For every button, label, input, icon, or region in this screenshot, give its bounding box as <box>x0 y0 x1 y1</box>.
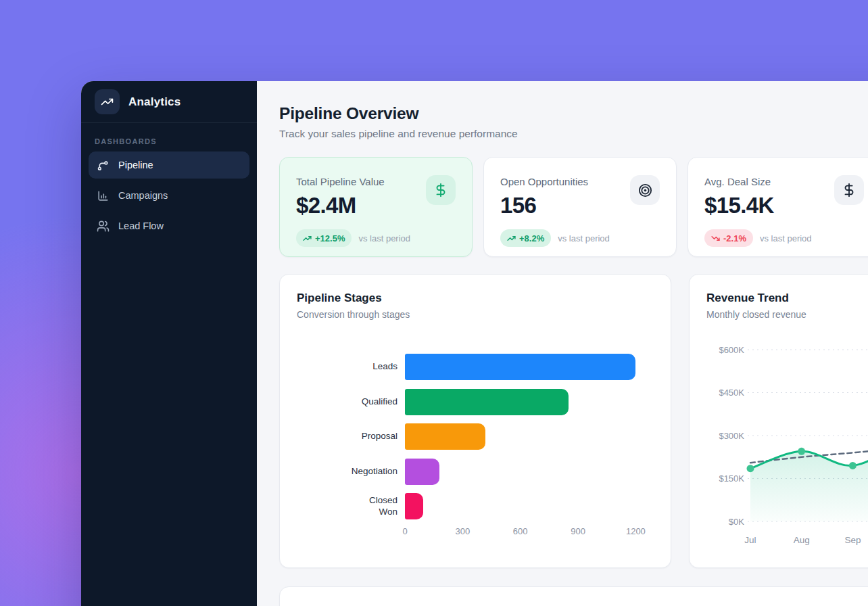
x-axis-tick: 0 <box>402 526 407 536</box>
y-axis-label: $300K <box>719 431 744 441</box>
sidebar-item-label: Lead Flow <box>118 220 164 231</box>
y-axis-label: $0K <box>729 517 744 527</box>
users-icon <box>97 220 110 233</box>
pipeline-stages-chart: LeadsQualifiedProposalNegotiationClosedW… <box>280 275 671 567</box>
pipeline-icon <box>97 159 110 172</box>
delta-badge: -2.1% <box>704 229 753 247</box>
kpi-card-avg-deal-size: Avg. Deal Size $15.4K -2.1% vs last peri… <box>688 157 868 257</box>
trending-down-icon <box>711 234 720 243</box>
kpi-footer: +8.2% vs last period <box>500 229 660 247</box>
trending-up-icon <box>101 95 114 108</box>
category-label: Qualified <box>296 389 397 415</box>
sidebar-nav: Pipeline Campaigns Lead Flow <box>81 152 257 239</box>
x-axis-label: Sep <box>844 535 861 545</box>
x-axis-label: Aug <box>794 535 810 545</box>
funnel-bar-proposal <box>405 423 485 450</box>
category-label: ClosedWon <box>296 493 397 519</box>
kpi-row: Total Pipeline Value $2.4M +12.5% vs las… <box>279 157 868 257</box>
revenue-trend-chart: $0K$150K$300K$450K$600KJulAugSep <box>690 275 868 569</box>
brand-name: Analytics <box>128 95 180 109</box>
kpi-footer: +12.5% vs last period <box>296 229 456 247</box>
kpi-icon-tile <box>834 175 864 205</box>
charts-row: Pipeline Stages Conversion through stage… <box>279 274 868 568</box>
kpi-card-open-opportunities: Open Opportunities 156 +8.2% vs last per… <box>483 157 677 257</box>
funnel-bar-closed-won <box>405 493 423 519</box>
trending-up-icon <box>303 234 312 243</box>
sidebar-section-label: DASHBOARDS <box>95 137 243 145</box>
x-axis-tick: 1200 <box>626 526 646 536</box>
page-title: Pipeline Overview <box>279 104 868 123</box>
kpi-footer: -2.1% vs last period <box>704 229 864 247</box>
funnel-bar-negotiation <box>405 459 439 485</box>
x-axis-tick: 600 <box>513 526 528 536</box>
funnel-bar-leads <box>405 354 635 380</box>
data-point <box>747 465 754 472</box>
compare-text: vs last period <box>558 233 610 243</box>
kpi-icon-tile <box>630 175 660 205</box>
category-label: Proposal <box>296 423 397 450</box>
page-subtitle: Track your sales pipeline and revenue pe… <box>279 128 868 140</box>
delta-badge: +8.2% <box>500 229 551 247</box>
data-point <box>849 462 857 469</box>
revenue-trend-card: Revenue Trend Monthly closed revenue $0K… <box>689 274 868 568</box>
data-point <box>798 448 805 455</box>
category-label: Negotiation <box>296 459 397 485</box>
x-axis-label: Jul <box>744 535 756 545</box>
delta-badge: +12.5% <box>296 229 352 247</box>
y-axis-label: $450K <box>719 388 744 398</box>
main-content: Pipeline Overview Track your sales pipel… <box>257 81 868 606</box>
target-icon <box>637 183 653 198</box>
bottom-card <box>279 586 868 606</box>
x-axis-tick: 900 <box>571 526 585 536</box>
dollar-icon <box>433 183 448 197</box>
dollar-icon <box>842 183 857 197</box>
app-window: Analytics DASHBOARDS Pipeline Campaigns <box>81 81 868 606</box>
compare-text: vs last period <box>760 233 812 243</box>
y-axis-label: $150K <box>719 473 744 484</box>
sidebar: Analytics DASHBOARDS Pipeline Campaigns <box>81 81 257 606</box>
compare-text: vs last period <box>358 233 410 243</box>
brand-logo <box>95 89 120 114</box>
kpi-card-total-pipeline-value: Total Pipeline Value $2.4M +12.5% vs las… <box>279 157 473 257</box>
category-label: Leads <box>296 354 397 380</box>
sidebar-item-label: Pipeline <box>118 160 153 170</box>
trending-up-icon <box>507 234 516 243</box>
sidebar-item-campaigns[interactable]: Campaigns <box>89 182 249 209</box>
sidebar-item-lead-flow[interactable]: Lead Flow <box>89 212 249 239</box>
kpi-icon-tile <box>426 175 456 205</box>
x-axis-tick: 300 <box>455 526 470 536</box>
pipeline-stages-card: Pipeline Stages Conversion through stage… <box>279 274 671 568</box>
sidebar-item-pipeline[interactable]: Pipeline <box>89 152 249 179</box>
bar-chart-icon <box>97 189 110 202</box>
sidebar-brand: Analytics <box>81 81 257 123</box>
y-axis-label: $600K <box>719 345 744 355</box>
funnel-bar-qualified <box>405 389 569 415</box>
sidebar-item-label: Campaigns <box>118 190 168 201</box>
